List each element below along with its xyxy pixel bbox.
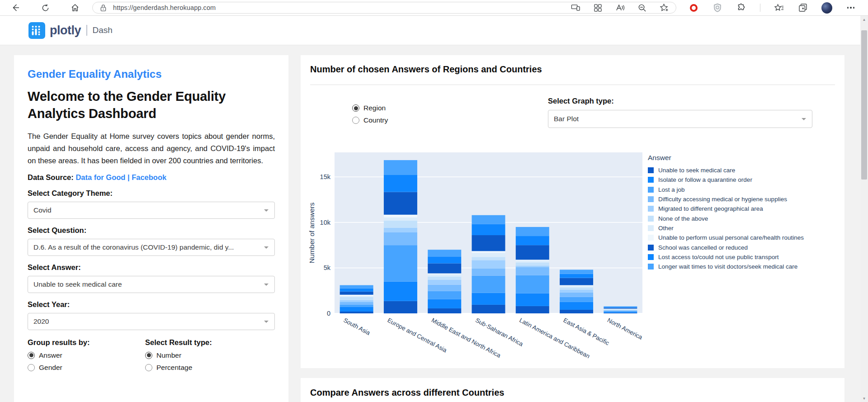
bar-segment[interactable] <box>384 221 417 228</box>
bar-segment[interactable] <box>340 312 373 313</box>
bar-segment[interactable] <box>428 299 461 308</box>
bar-segment[interactable] <box>384 218 417 221</box>
bar-segment[interactable] <box>472 215 505 224</box>
bar-segment[interactable] <box>560 274 593 278</box>
question-dropdown[interactable]: D.6. As a result of the coronavirus (COV… <box>28 239 275 256</box>
bar-segment[interactable] <box>428 285 461 291</box>
legend-item[interactable]: Unable to seek medical care <box>648 166 842 175</box>
bar-segment[interactable] <box>428 274 461 277</box>
legend-item[interactable]: Unable to perform usual personal care/he… <box>648 233 842 242</box>
bar-segment[interactable] <box>340 302 373 305</box>
bar-segment[interactable] <box>516 262 549 265</box>
send-to-devices-button[interactable] <box>570 2 581 13</box>
bar-segment[interactable] <box>560 288 593 290</box>
page-scrollbar[interactable]: ▲ ▼ <box>860 16 868 402</box>
bar-segment[interactable] <box>472 235 505 251</box>
bar-segment[interactable] <box>560 285 593 286</box>
bar-segment[interactable] <box>604 308 637 309</box>
bar-segment[interactable] <box>604 309 637 310</box>
extensions-menu-button[interactable] <box>736 2 747 13</box>
back-button[interactable] <box>10 2 21 13</box>
bar-segment[interactable] <box>472 257 505 260</box>
bar-segment[interactable] <box>472 253 505 257</box>
bar-segment[interactable] <box>428 250 461 256</box>
bar-segment[interactable] <box>472 260 505 268</box>
bar-segment[interactable] <box>516 245 549 260</box>
bar-segment[interactable] <box>384 232 417 245</box>
add-favorite-button[interactable] <box>659 2 670 13</box>
bar-segment[interactable] <box>472 268 505 275</box>
scroll-up-arrow[interactable]: ▲ <box>860 16 868 23</box>
legend-item[interactable]: None of the above <box>648 213 842 223</box>
radio-percentage[interactable]: Percentage <box>145 364 263 372</box>
bar-segment[interactable] <box>560 297 593 302</box>
bar-segment[interactable] <box>340 295 373 296</box>
bar-segment[interactable] <box>560 286 593 288</box>
home-button[interactable] <box>70 2 80 13</box>
bar-segment[interactable] <box>384 192 417 214</box>
bar-segment[interactable] <box>428 280 461 285</box>
favorites-button[interactable] <box>774 2 784 13</box>
bar-segment[interactable] <box>340 296 373 297</box>
bar-segment[interactable] <box>604 310 637 311</box>
legend-item[interactable]: School was cancelled or reduced <box>648 242 842 252</box>
answer-dropdown[interactable]: Unable to seek medical care <box>28 276 275 293</box>
bar-segment[interactable] <box>560 290 593 293</box>
bar-segment[interactable] <box>516 227 549 236</box>
bar-segment[interactable] <box>560 270 593 274</box>
bar-segment[interactable] <box>384 215 417 218</box>
bar-segment[interactable] <box>516 260 549 260</box>
bar-segment[interactable] <box>384 282 417 301</box>
browser-menu-button[interactable] <box>845 2 856 13</box>
bar-segment[interactable] <box>516 306 549 313</box>
bar-segment[interactable] <box>516 275 549 293</box>
read-aloud-button[interactable] <box>614 2 625 13</box>
bar-segment[interactable] <box>604 309 637 309</box>
bar-segment[interactable] <box>516 260 549 262</box>
bar-segment[interactable] <box>340 288 373 292</box>
bar-segment[interactable] <box>472 276 505 293</box>
bar-segment[interactable] <box>428 308 461 313</box>
radio-number[interactable]: Number <box>145 351 263 359</box>
bar-segment[interactable] <box>604 309 637 309</box>
legend-item[interactable]: Difficulty accessing medical or hygiene … <box>648 194 842 204</box>
bar-segment[interactable] <box>428 256 461 263</box>
bar-segment[interactable] <box>428 263 461 273</box>
bar-segment[interactable] <box>604 312 637 313</box>
bar-segment[interactable] <box>428 274 461 274</box>
bar-segment[interactable] <box>472 305 505 313</box>
bar-segment[interactable] <box>384 228 417 232</box>
bar-segment[interactable] <box>604 311 637 311</box>
bar-segment[interactable] <box>604 313 637 313</box>
collections-button[interactable] <box>797 2 808 13</box>
bar-segment[interactable] <box>560 310 593 313</box>
bar-segment[interactable] <box>384 245 417 281</box>
bar-segment[interactable] <box>516 236 549 245</box>
bar-segment[interactable] <box>340 285 373 288</box>
extension-blocker-button[interactable] <box>688 2 699 13</box>
legend-item[interactable]: Migrated to different geographical area <box>648 204 842 213</box>
category-theme-dropdown[interactable]: Covid <box>28 202 275 219</box>
legend-item[interactable]: Longer wait times to visit doctors/seek … <box>648 262 842 271</box>
bar-segment[interactable] <box>340 305 373 307</box>
zoom-out-button[interactable] <box>637 2 647 13</box>
bar-segment[interactable] <box>604 307 637 307</box>
bar-segment[interactable] <box>384 301 417 313</box>
legend-item[interactable]: Isolate or follow a quarantine order <box>648 175 842 184</box>
year-dropdown[interactable]: 2020 <box>28 313 275 330</box>
data-source-link[interactable]: Data for Good | Facebook <box>75 173 166 181</box>
legend-item[interactable]: Other <box>648 223 842 233</box>
profile-button[interactable] <box>821 2 832 13</box>
bar-segment[interactable] <box>384 175 417 192</box>
bar-segment[interactable] <box>428 291 461 299</box>
address-bar[interactable]: https://genderdash.herokuapp.com <box>92 2 676 14</box>
extension-shield-button[interactable] <box>712 2 723 13</box>
bar-segment[interactable] <box>560 293 593 297</box>
bar-segment[interactable] <box>428 277 461 280</box>
bar-segment[interactable] <box>472 293 505 305</box>
legend-item[interactable]: Lost access to/could not use public tran… <box>648 252 842 262</box>
bar-segment[interactable] <box>472 224 505 235</box>
workspaces-button[interactable] <box>592 2 603 13</box>
bar-segment[interactable] <box>340 300 373 302</box>
bar-segment[interactable] <box>516 267 549 275</box>
